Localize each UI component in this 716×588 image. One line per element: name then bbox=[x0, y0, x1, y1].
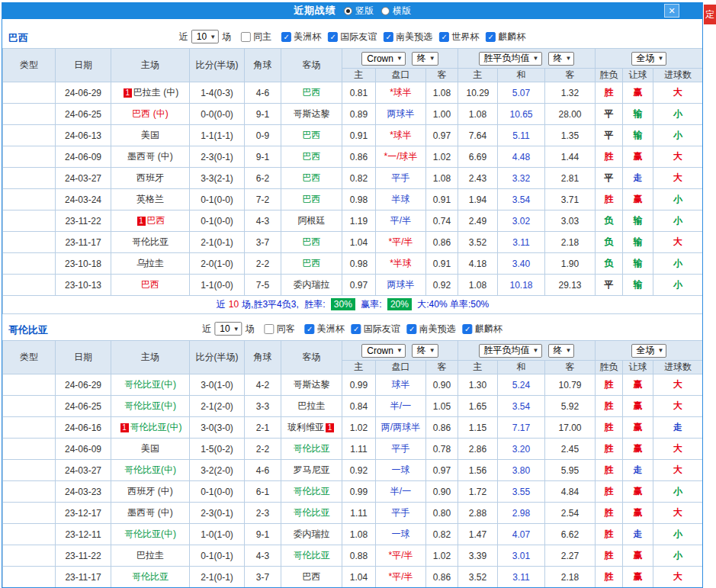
close-icon[interactable]: ✕ bbox=[664, 4, 679, 18]
avg-odds-select[interactable]: 胜平负均值▼ bbox=[479, 52, 542, 66]
away-team: 巴拉圭 bbox=[281, 396, 342, 417]
result-handicap: 走 bbox=[623, 460, 653, 481]
odds-home: 0.99 bbox=[342, 481, 376, 503]
odds-home: 1.02 bbox=[342, 417, 376, 439]
result-wdl: 平 bbox=[596, 275, 623, 296]
league-type: 国际友谊 bbox=[3, 524, 56, 545]
away-team: 哥斯达黎 bbox=[281, 374, 342, 396]
away-team: 巴西 bbox=[281, 125, 342, 146]
side-tab[interactable]: 定 bbox=[704, 5, 716, 24]
corners: 3-7 bbox=[245, 567, 281, 588]
radio-vertical-label: 竖版 bbox=[355, 5, 374, 18]
match-date: 24-06-29 bbox=[56, 82, 111, 104]
corners: 3-3 bbox=[245, 396, 281, 417]
cup-filter-checkbox[interactable]: 麒麟杯 bbox=[463, 323, 502, 336]
score: 0-1(0-0) bbox=[190, 210, 245, 232]
avg-away: 2.18 bbox=[545, 567, 596, 588]
result-goals: 小 bbox=[653, 524, 703, 545]
score: 2-3(0-1) bbox=[190, 503, 245, 524]
home-team: 哥伦比亚 bbox=[111, 232, 190, 253]
same-venue-checkbox[interactable]: 同客 bbox=[265, 323, 295, 336]
cup-filter-checkbox[interactable]: 南美预选 bbox=[407, 323, 456, 336]
match-date: 24-03-27 bbox=[56, 168, 111, 189]
avg-draw: 5.07 bbox=[498, 82, 545, 104]
col-avg-draw: 和 bbox=[498, 69, 545, 82]
col-away: 客场 bbox=[281, 49, 342, 82]
cup-filter-checkbox[interactable]: 国际友谊 bbox=[352, 323, 400, 336]
odds-home: 0.91 bbox=[342, 125, 376, 146]
match-row: 美洲杯24-06-25哥伦比亚(中)2-1(2-0)3-3巴拉圭0.84半/一1… bbox=[3, 396, 703, 417]
red-card-badge: 1 bbox=[326, 423, 334, 432]
layout-radio-vertical[interactable]: 竖版 bbox=[344, 5, 374, 18]
result-goals: 大 bbox=[653, 82, 703, 104]
cup-filter-checkbox[interactable]: 美洲杯 bbox=[305, 323, 345, 336]
odds-away: 0.91 bbox=[426, 253, 458, 275]
avg-home: 1.15 bbox=[458, 417, 498, 439]
home-team: 巴拉圭 bbox=[111, 545, 190, 567]
col-avg-home: 主 bbox=[458, 361, 498, 374]
odds-home: 0.88 bbox=[342, 545, 376, 567]
odds-away: 0.80 bbox=[426, 503, 458, 524]
same-venue-checkbox[interactable]: 同主 bbox=[241, 31, 271, 43]
odds-away: 0.86 bbox=[426, 232, 458, 253]
match-date: 24-03-24 bbox=[56, 189, 111, 210]
home-team: 巴西 (中) bbox=[111, 104, 190, 125]
col-away: 客场 bbox=[281, 341, 342, 374]
cup-filter-checkbox[interactable]: 世界杯 bbox=[439, 31, 479, 43]
avg-home: 2.88 bbox=[458, 503, 498, 524]
col-odds-home: 主 bbox=[342, 69, 376, 82]
odds-company-select[interactable]: Crown▼ bbox=[361, 52, 406, 66]
handicap: *一/球半 bbox=[376, 146, 426, 168]
cup-filter-checkbox[interactable]: 美洲杯 bbox=[281, 31, 321, 43]
match-date: 24-03-23 bbox=[56, 481, 111, 503]
league-type: 国际友谊 bbox=[3, 439, 56, 460]
avg-away: 5.95 bbox=[545, 460, 596, 481]
odds-home: 0.99 bbox=[342, 374, 376, 396]
home-team: 美国 bbox=[111, 125, 190, 146]
avg-home: 1.30 bbox=[458, 374, 498, 396]
home-team: 哥伦比亚(中) bbox=[111, 460, 190, 481]
avg-draw: 4.48 bbox=[498, 146, 545, 168]
result-wdl: 胜 bbox=[596, 396, 623, 417]
layout-radio-horizontal[interactable]: 横版 bbox=[381, 5, 411, 18]
scope-select[interactable]: 全场▼ bbox=[631, 52, 667, 66]
avg-home: 2.43 bbox=[458, 168, 498, 189]
avg-home: 3.39 bbox=[458, 545, 498, 567]
col-handicap-result: 让球 bbox=[623, 361, 653, 374]
odds-company-select[interactable]: Crown▼ bbox=[361, 344, 406, 358]
odds-time-select[interactable]: 终▼ bbox=[412, 344, 438, 358]
avg-time-select[interactable]: 终▼ bbox=[548, 344, 575, 358]
games-count-select[interactable]: 10▼ bbox=[191, 30, 219, 43]
chevron-down-icon: ▼ bbox=[533, 55, 539, 62]
odds-away: 1.05 bbox=[426, 396, 458, 417]
cup-filter-checkbox[interactable]: 南美预选 bbox=[384, 31, 432, 43]
match-row: 美洲杯24-06-29哥伦比亚(中)3-0(1-0)4-2哥斯达黎0.99球半0… bbox=[3, 374, 703, 396]
league-type: 美洲杯 bbox=[3, 374, 56, 396]
odds-home: 0.98 bbox=[342, 253, 376, 275]
col-date: 日期 bbox=[56, 49, 111, 82]
summary-count: 10 bbox=[229, 299, 239, 310]
odds-time-select[interactable]: 终▼ bbox=[412, 52, 438, 66]
red-card-badge: 1 bbox=[137, 217, 146, 226]
odds-away: 1.00 bbox=[426, 104, 458, 125]
match-date: 23-12-17 bbox=[56, 503, 111, 524]
home-team: 哥伦比亚(中) bbox=[111, 374, 190, 396]
col-handicap: 盘口 bbox=[376, 361, 426, 374]
cup-filter-checkbox[interactable]: 国际友谊 bbox=[328, 31, 377, 43]
avg-draw: 4.07 bbox=[498, 524, 545, 545]
near-label: 近 bbox=[202, 323, 211, 336]
games-count-select[interactable]: 10▼ bbox=[214, 322, 242, 336]
result-handicap: 赢 bbox=[623, 567, 653, 588]
odds-away: 1.08 bbox=[426, 168, 458, 189]
avg-home: 7.64 bbox=[458, 125, 498, 146]
avg-time-select[interactable]: 终▼ bbox=[548, 52, 575, 66]
cup-filter-checkbox[interactable]: 麒麟杯 bbox=[486, 31, 525, 43]
avg-draw: 5.11 bbox=[498, 125, 545, 146]
score: 1-4(0-3) bbox=[190, 82, 245, 104]
avg-odds-select[interactable]: 胜平负均值▼ bbox=[479, 344, 542, 358]
match-date: 23-11-17 bbox=[56, 567, 111, 588]
scope-select[interactable]: 全场▼ bbox=[631, 344, 667, 358]
odds-home: 0.89 bbox=[342, 104, 376, 125]
corners: 7-5 bbox=[245, 275, 281, 296]
home-team: 美国 bbox=[111, 439, 190, 460]
